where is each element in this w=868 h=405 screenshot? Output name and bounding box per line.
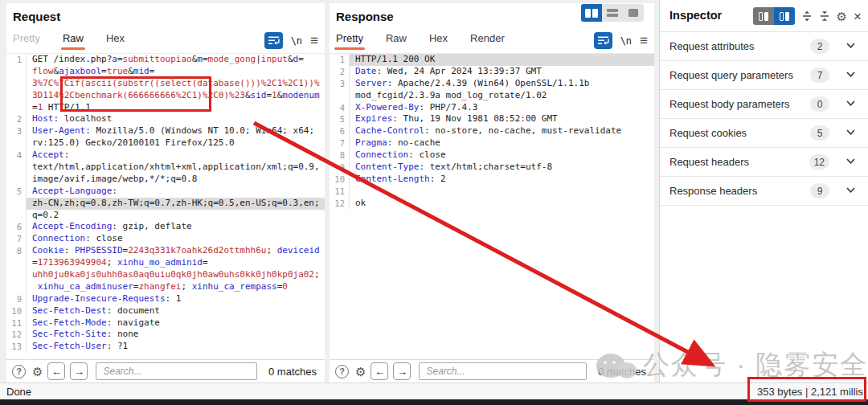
search-settings-icon[interactable]: ⚙: [355, 366, 366, 378]
code-line: uhh0ju0ka0js0uhh0as0aq0uiu0qk0jh0aw0uhs0…: [6, 269, 325, 281]
request-panel-title: Request: [13, 10, 60, 23]
inspector-settings-icon[interactable]: ⚙: [837, 10, 847, 22]
code-text: rv:125.0) Gecko/20100101 Firefox/125.0: [26, 137, 325, 149]
code-text: uhh0ju0ka0js0uhh0as0aq0uiu0qk0jh0aw0uhs0…: [26, 269, 325, 281]
code-line: zh-CN,zh;q=0.8,zh-TW;q=0.7,zh-HK;q=0.5,e…: [6, 198, 325, 210]
previous-match-button[interactable]: ←: [371, 362, 388, 380]
code-line: 5Expires: Thu, 19 Nov 1981 08:52:00 GMT: [330, 113, 654, 125]
code-line: 4Accept:: [6, 149, 325, 162]
code-text: Cache-Control: no-store, no-cache, must-…: [349, 125, 654, 137]
line-number: [6, 90, 26, 102]
help-icon[interactable]: ?: [12, 365, 26, 378]
code-text: Sec-Fetch-User: ?1: [26, 341, 325, 353]
tab-render[interactable]: Render: [470, 32, 505, 49]
inspector-section-request-body-parameters[interactable]: Request body parameters0: [660, 90, 868, 119]
code-line: 2Host: localhost: [6, 113, 325, 125]
inspector-panel: Inspector ⚙ × Request attributes2Request…: [659, 0, 868, 382]
code-line: text/html,application/xhtml+xml,applicat…: [6, 162, 325, 174]
code-text: Upgrade-Insecure-Requests: 1: [26, 293, 325, 305]
code-text: [349, 186, 654, 198]
inspector-section-request-headers[interactable]: Request headers12: [660, 148, 868, 177]
code-text: Content-Length: 2: [349, 174, 654, 186]
code-line: 9Content-Type: text/html;charset=utf-8: [330, 162, 654, 174]
request-search-input[interactable]: [96, 362, 257, 380]
code-text: q=0.2: [26, 210, 325, 222]
line-number: 1: [330, 54, 349, 66]
tab-pretty[interactable]: Pretty: [13, 32, 40, 49]
inspector-section-response-headers[interactable]: Response headers9: [660, 177, 868, 206]
tab-hex[interactable]: Hex: [106, 32, 125, 49]
code-text: Sec-Fetch-Mode: navigate: [26, 317, 325, 329]
line-number: [6, 198, 26, 210]
inspector-close-icon[interactable]: ×: [854, 10, 862, 23]
section-count-badge: 5: [810, 125, 829, 141]
line-number: 1: [6, 54, 26, 66]
section-label: Request body parameters: [669, 98, 790, 110]
line-number: 4: [330, 102, 349, 114]
code-line: 6Cache-Control: no-store, no-cache, must…: [330, 125, 654, 137]
next-match-button[interactable]: →: [393, 362, 411, 380]
request-editor[interactable]: 1GET /index.php?a=submittoupiao&m=mode_g…: [6, 53, 325, 359]
next-match-button[interactable]: →: [70, 362, 88, 380]
code-line: 9Upgrade-Insecure-Requests: 1: [6, 293, 325, 305]
rows-layout-icon[interactable]: [602, 4, 623, 22]
expand-all-icon[interactable]: [801, 10, 813, 22]
request-editor-toolbar: \n ≡: [264, 32, 318, 49]
tab-raw[interactable]: Raw: [386, 32, 407, 49]
dock-left-icon[interactable]: [753, 7, 774, 25]
section-count-badge: 12: [809, 154, 829, 170]
section-label: Request cookies: [669, 127, 747, 139]
tab-hex[interactable]: Hex: [429, 32, 448, 49]
columns-layout-icon[interactable]: [581, 4, 602, 22]
word-wrap-icon[interactable]: [264, 32, 283, 49]
inspector-section-request-cookies[interactable]: Request cookies5: [660, 119, 868, 148]
dock-right-icon[interactable]: [774, 7, 795, 25]
response-search-bar: ? ⚙ ← → 0 matches: [330, 359, 654, 382]
code-text: User-Agent: Mozilla/5.0 (Windows NT 10.0…: [26, 125, 325, 137]
code-text: ok: [349, 198, 654, 210]
code-line: 3Server: Apache/2.4.39 (Win64) OpenSSL/1…: [330, 78, 654, 90]
line-number: 8: [330, 149, 349, 162]
search-settings-icon[interactable]: ⚙: [32, 366, 43, 378]
view-layout-switcher: [581, 4, 644, 22]
code-line: flow&ajaxbool=true&mid=: [6, 66, 325, 78]
collapse-all-icon[interactable]: [819, 10, 830, 22]
line-number: 2: [330, 66, 349, 78]
section-count-badge: 0: [810, 96, 829, 112]
code-text: X-Powered-By: PHP/7.4.3: [349, 102, 654, 114]
single-pane-layout-icon[interactable]: [623, 4, 644, 22]
hamburger-menu-icon[interactable]: ≡: [640, 34, 648, 47]
newline-toggle-icon[interactable]: \n: [291, 35, 302, 47]
code-text: Server: Apache/2.4.39 (Win64) OpenSSL/1.…: [349, 78, 654, 90]
code-line: 13Sec-Fetch-User: ?1: [6, 341, 325, 353]
inspector-section-request-query-parameters[interactable]: Request query parameters7: [660, 61, 868, 90]
code-line: 1HTTP/1.1 200 OK: [330, 54, 654, 66]
line-number: 11: [6, 317, 26, 329]
code-text: Accept:: [26, 149, 325, 162]
code-line: 12Sec-Fetch-Site: none: [6, 329, 325, 341]
line-number: 6: [330, 125, 349, 137]
section-count-badge: 9: [810, 183, 829, 198]
code-text: =1713963949904; xinhu_mo_adminid=: [26, 257, 325, 269]
help-icon[interactable]: ?: [335, 365, 349, 378]
newline-toggle-icon[interactable]: \n: [620, 35, 632, 47]
code-line: 8Cookie: PHPSESSID=2243q331k7oahk26d2ott…: [6, 245, 325, 257]
previous-match-button[interactable]: ←: [47, 362, 65, 380]
request-match-count: 0 matches: [268, 366, 317, 378]
code-line: 6Accept-Encoding: gzip, deflate: [6, 221, 325, 233]
inspector-section-request-attributes[interactable]: Request attributes2: [660, 32, 868, 61]
tab-pretty[interactable]: Pretty: [336, 32, 363, 49]
code-text: Expires: Thu, 19 Nov 1981 08:52:00 GMT: [349, 113, 654, 125]
code-text: Content-Type: text/html;charset=utf-8: [349, 162, 654, 174]
line-number: [6, 210, 26, 222]
response-panel: Response PrettyRawHexRender \n ≡ 1HTTP/1…: [330, 3, 654, 359]
tab-raw[interactable]: Raw: [63, 32, 84, 49]
hamburger-menu-icon[interactable]: ≡: [310, 34, 318, 47]
response-search-input[interactable]: [419, 362, 587, 380]
word-wrap-icon[interactable]: [594, 32, 612, 49]
line-number: [6, 102, 26, 114]
code-line: 5Accept-Language:: [6, 186, 325, 198]
code-line: 8Connection: close: [330, 149, 654, 162]
response-editor-toolbar: \n ≡: [594, 32, 648, 49]
response-editor[interactable]: 1HTTP/1.1 200 OK2Date: Wed, 24 Apr 2024 …: [330, 53, 654, 359]
